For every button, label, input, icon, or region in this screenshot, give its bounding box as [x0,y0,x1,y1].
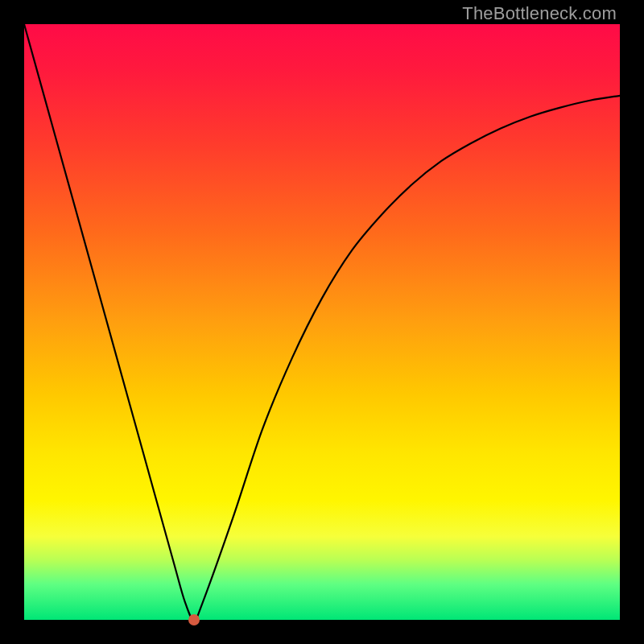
chart-frame: TheBottleneck.com [0,0,644,644]
curve-path [24,24,620,620]
indicator-dot [188,614,200,625]
watermark-text: TheBottleneck.com [462,3,617,24]
plot-area [24,24,620,620]
bottleneck-curve [24,24,620,620]
